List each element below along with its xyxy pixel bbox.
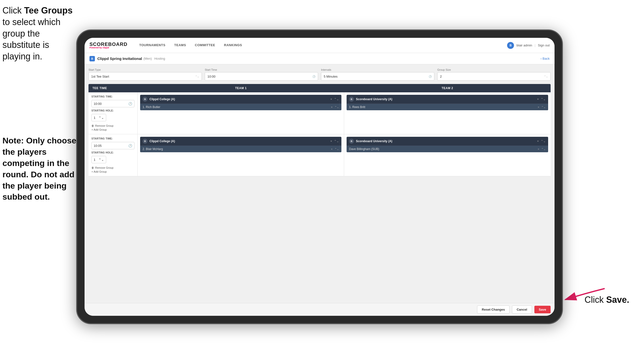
cancel-button[interactable]: Cancel: [512, 306, 532, 314]
player1-t2-chevron-icon[interactable]: ⌃⌄: [541, 106, 546, 109]
nav-admin-label: blair admin: [516, 43, 532, 47]
team1-header: Team 1: [138, 84, 344, 92]
team1-chevron-icon[interactable]: ⌃⌄: [334, 97, 339, 101]
click-save-prefix: Click: [584, 295, 606, 305]
group1-hole-label: STARTING HOLE:: [92, 109, 134, 112]
instruction-bold: Tee Groups: [24, 5, 72, 15]
table-row: STARTING TIME: 10:05 🕐 STARTING HOLE: 1 …: [88, 134, 550, 176]
add-group-button[interactable]: + Add Group: [92, 128, 134, 131]
g2t2-remove-icon[interactable]: ×: [537, 139, 539, 143]
team1-remove-icon[interactable]: ×: [330, 97, 332, 101]
tablet-frame: SCOREBOARD Powered by clippd TOURNAMENTS…: [76, 29, 563, 324]
time2-clock-icon: 🕐: [128, 144, 132, 148]
group2-time-col: STARTING TIME: 10:05 🕐 STARTING HOLE: 1 …: [88, 134, 138, 176]
start-time-icon: 🕐: [312, 75, 315, 78]
group1-team2-name: Scoreboard University (A): [356, 97, 535, 101]
g2t1-chevron-icon[interactable]: ⌃⌄: [334, 139, 339, 143]
group2-time-input[interactable]: 10:05 🕐: [92, 142, 134, 149]
group1-team1-controls: × ⌃⌄: [330, 97, 339, 101]
tee-time-header: Tee Time: [88, 84, 138, 92]
bottom-bar: Reset Changes Cancel Save: [84, 303, 554, 316]
group2-team1-controls: × ⌃⌄: [330, 139, 339, 143]
g2p2-remove-icon[interactable]: ×: [538, 148, 539, 151]
player1-t2-remove-icon[interactable]: ×: [538, 106, 539, 108]
click-save-bold: Save.: [606, 295, 629, 305]
time-clock-icon: 🕐: [128, 102, 132, 106]
group1-team1-name: Clippd College (A): [150, 97, 328, 101]
intervals-label: Intervals: [321, 68, 434, 71]
group1-starting-time-label: STARTING TIME:: [92, 95, 134, 98]
player-name: 2. Blair McHarg: [142, 147, 329, 151]
instruction-suffix: to select which group the substitute is …: [2, 17, 60, 61]
hole-chevron: ⌃⌄: [98, 116, 104, 120]
group2-team2-name: Scoreboard University (A): [356, 139, 535, 143]
remove-group-button[interactable]: 🗑 Remove Group: [92, 124, 134, 127]
sub-header: B Clippd Spring Invitational (Men) Hosti…: [84, 53, 554, 64]
group2-team2-badge: B: [349, 139, 354, 144]
remove-group2-icon: 🗑: [92, 166, 94, 169]
start-time-input[interactable]: 10:00 🕐: [205, 72, 318, 80]
table-header: Tee Time Team 1 Team 2: [88, 84, 550, 92]
nav-teams[interactable]: TEAMS: [170, 38, 190, 53]
nav-right: B blair admin | Sign out: [507, 42, 550, 49]
group2-hole-input[interactable]: 1 ⌃⌄: [92, 156, 106, 163]
g2p1-controls: × ⌃⌄: [331, 148, 339, 151]
sub-header-hosting: Hosting: [154, 57, 165, 60]
player1-chevron-icon[interactable]: ⌃⌄: [334, 106, 339, 109]
group2-team2-controls: × ⌃⌄: [537, 139, 546, 143]
settings-row: Start Type 1st Tee Start ⌃⌄ Start Time 1…: [88, 68, 550, 80]
logo-area: SCOREBOARD Powered by clippd: [90, 42, 127, 49]
hole2-chevron: ⌃⌄: [98, 158, 104, 162]
start-type-input[interactable]: 1st Tee Start ⌃⌄: [88, 72, 202, 80]
player1-controls: × ⌃⌄: [331, 106, 339, 109]
g2p1-remove-icon[interactable]: ×: [331, 148, 332, 151]
g2t2-chevron-icon[interactable]: ⌃⌄: [541, 139, 546, 143]
group2-actions: 🗑 Remove Group + Add Group: [92, 166, 134, 173]
groups-container: STARTING TIME: 10:00 🕐 STARTING HOLE: 1 …: [88, 92, 550, 176]
group1-team1-player1: 1. Rich Butler × ⌃⌄: [140, 104, 342, 110]
player1-remove-icon[interactable]: ×: [331, 106, 332, 108]
remove-group2-button[interactable]: 🗑 Remove Group: [92, 166, 134, 169]
team2-remove-icon[interactable]: ×: [537, 97, 539, 101]
group2-team2-card[interactable]: B Scoreboard University (A) × ⌃⌄ Dave Bi…: [346, 137, 548, 152]
group1-time-input[interactable]: 10:00 🕐: [92, 100, 134, 107]
note-text: Note: Only choose the players competing …: [2, 135, 79, 203]
g2p2-controls: × ⌃⌄: [538, 148, 546, 151]
group2-team2-col: B Scoreboard University (A) × ⌃⌄ Dave Bi…: [344, 134, 550, 176]
group1-team1-badge: B: [142, 97, 148, 102]
group-size-label: Group Size: [437, 68, 550, 71]
g2p2-chevron-icon[interactable]: ⌃⌄: [541, 148, 546, 151]
group-size-field: Group Size 2 ⌃⌄: [437, 68, 550, 80]
intervals-input[interactable]: 5 Minutes 🕐: [321, 72, 434, 80]
group2-starting-time-label: STARTING TIME:: [92, 137, 134, 140]
group1-team2-header: B Scoreboard University (A) × ⌃⌄: [346, 95, 548, 104]
navbar: SCOREBOARD Powered by clippd TOURNAMENTS…: [84, 38, 554, 53]
group1-team2-player1: 1. Rees Britt × ⌃⌄: [346, 104, 548, 110]
reset-changes-button[interactable]: Reset Changes: [477, 306, 510, 314]
nav-committee[interactable]: COMMITTEE: [190, 38, 220, 53]
nav-rankings[interactable]: RANKINGS: [220, 38, 246, 53]
content-area: Start Type 1st Tee Start ⌃⌄ Start Time 1…: [84, 64, 554, 303]
group-size-input[interactable]: 2 ⌃⌄: [437, 72, 550, 80]
nav-tournaments[interactable]: TOURNAMENTS: [135, 38, 170, 53]
start-time-label: Start Time: [205, 68, 318, 71]
start-type-label: Start Type: [88, 68, 202, 71]
g2p1-chevron-icon[interactable]: ⌃⌄: [334, 148, 339, 151]
group1-team2-controls: × ⌃⌄: [537, 97, 546, 101]
nav-divider: |: [534, 43, 535, 47]
group1-team1-card[interactable]: B Clippd College (A) × ⌃⌄ 1. Rich Butler: [140, 95, 342, 110]
g2t1-remove-icon[interactable]: ×: [330, 139, 332, 143]
group2-team1-header: B Clippd College (A) × ⌃⌄: [140, 137, 342, 146]
group2-team1-card[interactable]: B Clippd College (A) × ⌃⌄ 2. Blair McHar…: [140, 137, 342, 152]
save-button[interactable]: Save: [534, 306, 550, 313]
sub-header-badge: B: [90, 56, 95, 61]
group1-hole-input[interactable]: 1 ⌃⌄: [92, 114, 106, 121]
nav-signout[interactable]: Sign out: [538, 43, 550, 47]
team2-chevron-icon[interactable]: ⌃⌄: [541, 97, 546, 101]
group1-team2-card[interactable]: B Scoreboard University (A) × ⌃⌄ 1. Rees…: [346, 95, 548, 110]
nav-avatar: B: [507, 42, 514, 49]
sub-header-back[interactable]: ‹ Back: [540, 57, 550, 60]
add-group2-button[interactable]: + Add Group: [92, 170, 134, 173]
group1-team2-col: B Scoreboard University (A) × ⌃⌄ 1. Rees…: [344, 92, 550, 134]
intervals-field: Intervals 5 Minutes 🕐: [321, 68, 434, 80]
